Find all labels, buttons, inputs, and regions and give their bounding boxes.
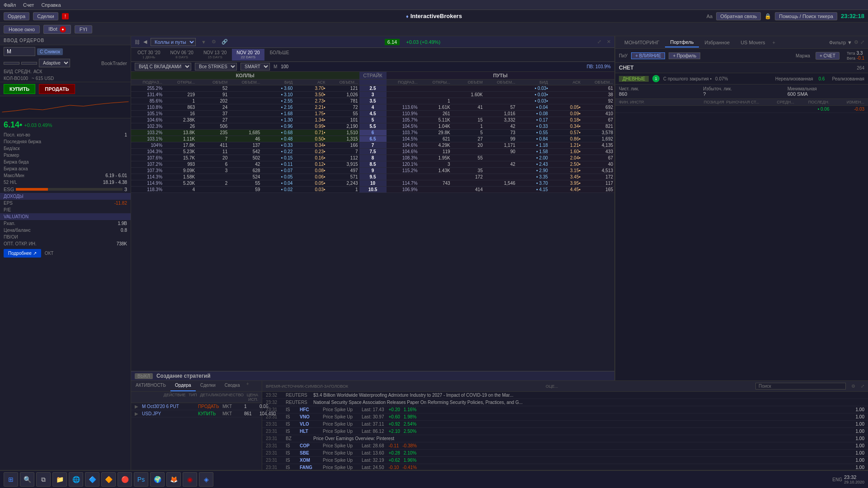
ask-box[interactable]: [21, 62, 37, 65]
tab-activity[interactable]: АКТИВНОСТЬ: [131, 381, 170, 391]
snapshot-tag[interactable]: С Снимок: [37, 48, 63, 55]
options-row[interactable]: 102.3% 26 506 • 0.96 0.99• 2,190 5.5 104…: [131, 123, 614, 130]
buy-button[interactable]: КУПИТЬ: [4, 84, 35, 94]
options-row[interactable]: 104.3% 5.23K 11 542 • 0.22 0.23• 7 7.5 1…: [131, 149, 614, 155]
influence-button[interactable]: + ВЛИЯНИЕ: [631, 52, 665, 59]
news-item[interactable]: 23:31 IS HFC Price Spike Up Last: 17.43 …: [262, 406, 868, 413]
max-min-label: Макс/Мин: [4, 173, 24, 178]
options-row[interactable]: 114.3% 1.58K 524 • 0.05 0.06• 571 9.5 17…: [131, 174, 614, 180]
help-button[interactable]: Помощь / Поиск тикера: [775, 12, 837, 20]
options-row[interactable]: 255.2% 52 • 3.60 3.70• 121 2.5 • 0.03• 6…: [131, 85, 614, 92]
taskbar-firefox[interactable]: 🦊: [166, 472, 181, 487]
podrobno-button[interactable]: Подробнее ↗: [4, 249, 41, 258]
options-row[interactable]: 107.2% 993 6 42 • 0.11 0.12• 3,915 8.5 1…: [131, 161, 614, 168]
smart-select[interactable]: SMART: [241, 63, 270, 70]
booktrader-label[interactable]: BookTrader: [101, 61, 127, 66]
tab-portfolio[interactable]: Портфель: [665, 38, 699, 47]
strategy-toggle[interactable]: ВЫКЛ: [135, 373, 153, 379]
col-last: ПОСЛЕДН.: [794, 100, 830, 104]
bid-box[interactable]: [4, 62, 19, 65]
feedback-button[interactable]: Обратная связь: [716, 12, 761, 20]
min-margin-col: Минимальная 600 SMA: [788, 86, 864, 97]
taskbar-browser2[interactable]: 🌍: [150, 472, 165, 487]
orders-button[interactable]: Ордера: [4, 12, 29, 20]
taskbar-app2[interactable]: 🔶: [101, 472, 116, 487]
date-tab-more[interactable]: БОЛЬШЕ: [265, 49, 294, 61]
tab-summary[interactable]: Сводка: [220, 381, 245, 391]
podrobno-row: Подробнее ↗ ОКТ: [0, 247, 131, 259]
news-item[interactable]: 23:32 REUTERS $3.4 Billion Worldwide Wat…: [262, 392, 868, 399]
options-row[interactable]: 103.2% 13.8K 235 1,685 • 0.68 0.71• 1,51…: [131, 130, 614, 136]
search-taskbar-button[interactable]: 🔍: [20, 472, 34, 487]
sell-button[interactable]: ПРОДАТЬ: [39, 84, 75, 94]
tab-us-movers[interactable]: US Movers: [735, 38, 770, 47]
chain-link-icon: 🔗: [222, 39, 228, 45]
menu-file[interactable]: Файл: [4, 2, 16, 8]
options-rows-container: 255.2% 52 • 3.60 3.70• 121 2.5 • 0.03• 6…: [131, 85, 614, 371]
orders-col-type: ТИП: [186, 393, 200, 402]
news-item[interactable]: 23:31 IS COP Price Spike Up Last: 28.68 …: [262, 442, 868, 450]
options-row[interactable]: 105.1% 16 37 • 1.68 1.75• 55 4.5 110.9% …: [131, 111, 614, 117]
news-item[interactable]: 23:31 BZ Price Over Earnings Overview: P…: [262, 435, 868, 442]
taskbar-red-app[interactable]: ◉: [183, 472, 197, 487]
browser2-icon: 🌍: [154, 476, 161, 483]
news-item[interactable]: 23:31 IS SBE Price Spike Up Last: 13.60 …: [262, 450, 868, 457]
options-row[interactable]: 110.8% 863 24 • 2.16 2.21• 72 4 113.6% 1…: [131, 104, 614, 111]
start-button[interactable]: ⊞: [4, 472, 18, 487]
taskview-button[interactable]: ⧉: [36, 472, 51, 487]
options-price: 6.14: [385, 39, 400, 45]
orders-add-icon[interactable]: +: [246, 381, 249, 391]
activity-panel: АКТИВНОСТЬ Ордера Сделки Сводка + ДЕЙСТВ…: [131, 381, 262, 471]
options-row[interactable]: 107.6% 15.7K 20 502 • 0.15 0.16• 112 8 1…: [131, 155, 614, 161]
options-row[interactable]: 104% 17.8K 411 137 • 0.33 0.34• 166 7 10…: [131, 142, 614, 149]
tab-favorites[interactable]: Избранное: [699, 38, 735, 47]
col-avg: СРЕДН...: [759, 100, 794, 104]
menu-account[interactable]: Счет: [23, 2, 34, 8]
options-row[interactable]: 85.6% 1 202 • 2.55 2.73• 781 3.5 1 • 0.0…: [131, 98, 614, 104]
date-tab-3[interactable]: NOV 20 '20 22 DAYS: [232, 49, 264, 61]
strikes-select[interactable]: Все STRIKES: [195, 63, 237, 70]
taskbar-browser1[interactable]: 🌐: [69, 472, 83, 487]
options-row[interactable]: 103.1% 1.11K 7 46 • 0.48 0.50• 1,315 6.5…: [131, 136, 614, 142]
news-item[interactable]: 23:31 IS HLT Price Spike Up Last: 86.12 …: [262, 428, 868, 435]
menu-help[interactable]: Справка: [41, 2, 61, 8]
tab-monitoring[interactable]: МОНИТОРИНГ: [619, 38, 665, 47]
taskbar-app1[interactable]: 🔷: [85, 472, 99, 487]
tab-add-icon[interactable]: +: [773, 40, 775, 45]
fyi-button[interactable]: FYI: [75, 25, 92, 33]
taskbar-explorer[interactable]: 📁: [52, 472, 67, 487]
symbol-input[interactable]: [4, 47, 35, 56]
options-row[interactable]: 104.6% 2.38K 27 • 1.30 1.34• 101 5 105.7…: [131, 117, 614, 123]
tab-trades[interactable]: Сделки: [196, 381, 220, 391]
news-item[interactable]: 23:31 IS VLO Price Spike Up Last: 37.11 …: [262, 421, 868, 428]
tab-orders[interactable]: Ордера: [170, 381, 196, 391]
profile-button[interactable]: + Профиль: [669, 52, 700, 59]
firefox-icon: 🦊: [170, 476, 178, 483]
new-window-button[interactable]: Новое окно: [4, 25, 40, 33]
chain-settings-icon: ⚙: [212, 39, 216, 45]
taskbar-photoshop[interactable]: Ps: [134, 472, 148, 487]
filter-button[interactable]: Фильтр ▼: [829, 40, 852, 45]
taskbar-app3[interactable]: 🔴: [118, 472, 132, 487]
view-select[interactable]: ВИД С ВКЛАДКАМИ: [135, 63, 191, 70]
order-type-select[interactable]: Adaptive: [39, 59, 70, 67]
news-item[interactable]: 23:32 REUTERS National Security Space As…: [262, 399, 868, 406]
add-account-button[interactable]: + СЧЕТ: [816, 52, 840, 60]
options-row[interactable]: 118.3% 4 59 • 0.02 0.03• 1 10.5 106.9% 4…: [131, 187, 614, 193]
taskbar-blue-app[interactable]: ◈: [199, 472, 213, 487]
options-row[interactable]: 131.4% 219 91 • 3.10 3.50• 1,026 3 1.60K…: [131, 92, 614, 98]
news-search-input[interactable]: [755, 383, 846, 389]
taskbar-clock: 23:32 29.10.2020: [844, 474, 864, 484]
options-row[interactable]: 114.9% 5.20K 2 55 • 0.04 0.05• 2,243 10 …: [131, 180, 614, 187]
news-item[interactable]: 23:31 IS VNO Price Spike Up Last: 30.97 …: [262, 413, 868, 421]
chain-symbol-select[interactable]: Коллы и путы: [151, 38, 196, 46]
ibot-button[interactable]: IBot ●: [43, 25, 71, 34]
date-tab-1[interactable]: NOV 06 '20 8 DAYS: [166, 49, 198, 61]
eps-label: EPS: [4, 201, 13, 206]
net-liq-label: Чист. лик.: [619, 86, 696, 91]
options-row[interactable]: 107.3% 9.09K 3 628 • 0.07 0.08• 497 9 11…: [131, 168, 614, 174]
news-item[interactable]: 23:31 IS XOM Price Spike Up Last: 32.19 …: [262, 457, 868, 464]
date-tab-0[interactable]: ОСТ 30 '20 1 ДЕНЬ: [133, 49, 165, 61]
trades-button[interactable]: Сделки: [33, 12, 58, 20]
date-tab-2[interactable]: NOV 13 '20 15 DAYS: [199, 49, 231, 61]
